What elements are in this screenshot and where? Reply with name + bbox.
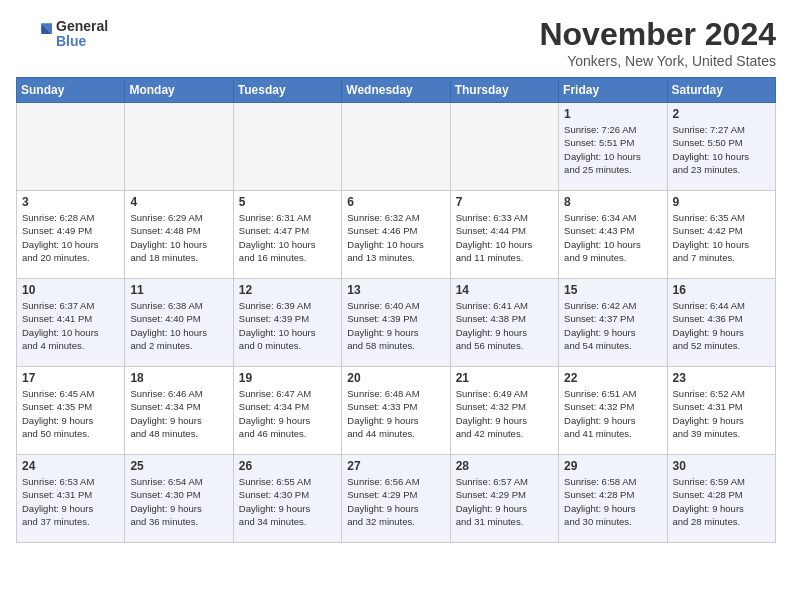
day-detail: Sunrise: 6:28 AM Sunset: 4:49 PM Dayligh…: [22, 211, 119, 264]
day-number: 15: [564, 283, 661, 297]
calendar-cell: 22Sunrise: 6:51 AM Sunset: 4:32 PM Dayli…: [559, 367, 667, 455]
calendar-cell: 27Sunrise: 6:56 AM Sunset: 4:29 PM Dayli…: [342, 455, 450, 543]
day-detail: Sunrise: 6:59 AM Sunset: 4:28 PM Dayligh…: [673, 475, 770, 528]
day-detail: Sunrise: 6:45 AM Sunset: 4:35 PM Dayligh…: [22, 387, 119, 440]
calendar-cell: 14Sunrise: 6:41 AM Sunset: 4:38 PM Dayli…: [450, 279, 558, 367]
calendar-header: SundayMondayTuesdayWednesdayThursdayFrid…: [17, 78, 776, 103]
calendar-cell: 26Sunrise: 6:55 AM Sunset: 4:30 PM Dayli…: [233, 455, 341, 543]
day-number: 4: [130, 195, 227, 209]
calendar-cell: 12Sunrise: 6:39 AM Sunset: 4:39 PM Dayli…: [233, 279, 341, 367]
calendar-cell: 13Sunrise: 6:40 AM Sunset: 4:39 PM Dayli…: [342, 279, 450, 367]
day-detail: Sunrise: 6:49 AM Sunset: 4:32 PM Dayligh…: [456, 387, 553, 440]
day-detail: Sunrise: 6:40 AM Sunset: 4:39 PM Dayligh…: [347, 299, 444, 352]
day-number: 17: [22, 371, 119, 385]
day-number: 20: [347, 371, 444, 385]
day-number: 13: [347, 283, 444, 297]
day-number: 5: [239, 195, 336, 209]
weekday-header-sunday: Sunday: [17, 78, 125, 103]
day-number: 14: [456, 283, 553, 297]
calendar-cell: [450, 103, 558, 191]
calendar-cell: 6Sunrise: 6:32 AM Sunset: 4:46 PM Daylig…: [342, 191, 450, 279]
day-number: 26: [239, 459, 336, 473]
logo-icon: [16, 16, 52, 52]
calendar-cell: 30Sunrise: 6:59 AM Sunset: 4:28 PM Dayli…: [667, 455, 775, 543]
day-detail: Sunrise: 6:33 AM Sunset: 4:44 PM Dayligh…: [456, 211, 553, 264]
day-detail: Sunrise: 7:27 AM Sunset: 5:50 PM Dayligh…: [673, 123, 770, 176]
day-number: 27: [347, 459, 444, 473]
day-detail: Sunrise: 6:44 AM Sunset: 4:36 PM Dayligh…: [673, 299, 770, 352]
week-row-0: 1Sunrise: 7:26 AM Sunset: 5:51 PM Daylig…: [17, 103, 776, 191]
day-number: 1: [564, 107, 661, 121]
day-detail: Sunrise: 6:52 AM Sunset: 4:31 PM Dayligh…: [673, 387, 770, 440]
day-number: 9: [673, 195, 770, 209]
day-number: 30: [673, 459, 770, 473]
day-detail: Sunrise: 6:31 AM Sunset: 4:47 PM Dayligh…: [239, 211, 336, 264]
calendar-cell: [342, 103, 450, 191]
header: General Blue November 2024 Yonkers, New …: [16, 16, 776, 69]
calendar-body: 1Sunrise: 7:26 AM Sunset: 5:51 PM Daylig…: [17, 103, 776, 543]
logo-text: General Blue: [56, 19, 108, 50]
day-detail: Sunrise: 6:55 AM Sunset: 4:30 PM Dayligh…: [239, 475, 336, 528]
logo-blue: Blue: [56, 34, 108, 49]
day-number: 2: [673, 107, 770, 121]
day-number: 24: [22, 459, 119, 473]
week-row-3: 17Sunrise: 6:45 AM Sunset: 4:35 PM Dayli…: [17, 367, 776, 455]
calendar-cell: 5Sunrise: 6:31 AM Sunset: 4:47 PM Daylig…: [233, 191, 341, 279]
day-detail: Sunrise: 6:32 AM Sunset: 4:46 PM Dayligh…: [347, 211, 444, 264]
day-number: 28: [456, 459, 553, 473]
day-detail: Sunrise: 6:41 AM Sunset: 4:38 PM Dayligh…: [456, 299, 553, 352]
calendar-cell: 24Sunrise: 6:53 AM Sunset: 4:31 PM Dayli…: [17, 455, 125, 543]
calendar-cell: 8Sunrise: 6:34 AM Sunset: 4:43 PM Daylig…: [559, 191, 667, 279]
calendar-cell: 20Sunrise: 6:48 AM Sunset: 4:33 PM Dayli…: [342, 367, 450, 455]
week-row-2: 10Sunrise: 6:37 AM Sunset: 4:41 PM Dayli…: [17, 279, 776, 367]
calendar-cell: [17, 103, 125, 191]
day-number: 6: [347, 195, 444, 209]
day-detail: Sunrise: 6:39 AM Sunset: 4:39 PM Dayligh…: [239, 299, 336, 352]
calendar-cell: 16Sunrise: 6:44 AM Sunset: 4:36 PM Dayli…: [667, 279, 775, 367]
calendar-cell: [125, 103, 233, 191]
day-detail: Sunrise: 7:26 AM Sunset: 5:51 PM Dayligh…: [564, 123, 661, 176]
calendar-cell: 29Sunrise: 6:58 AM Sunset: 4:28 PM Dayli…: [559, 455, 667, 543]
day-number: 12: [239, 283, 336, 297]
day-number: 10: [22, 283, 119, 297]
weekday-header-tuesday: Tuesday: [233, 78, 341, 103]
weekday-header-wednesday: Wednesday: [342, 78, 450, 103]
day-detail: Sunrise: 6:48 AM Sunset: 4:33 PM Dayligh…: [347, 387, 444, 440]
calendar-cell: 21Sunrise: 6:49 AM Sunset: 4:32 PM Dayli…: [450, 367, 558, 455]
location: Yonkers, New York, United States: [539, 53, 776, 69]
calendar-cell: [233, 103, 341, 191]
calendar-cell: 23Sunrise: 6:52 AM Sunset: 4:31 PM Dayli…: [667, 367, 775, 455]
title-block: November 2024 Yonkers, New York, United …: [539, 16, 776, 69]
day-number: 3: [22, 195, 119, 209]
weekday-header-friday: Friday: [559, 78, 667, 103]
calendar: SundayMondayTuesdayWednesdayThursdayFrid…: [16, 77, 776, 543]
day-detail: Sunrise: 6:54 AM Sunset: 4:30 PM Dayligh…: [130, 475, 227, 528]
day-number: 11: [130, 283, 227, 297]
calendar-cell: 2Sunrise: 7:27 AM Sunset: 5:50 PM Daylig…: [667, 103, 775, 191]
day-detail: Sunrise: 6:29 AM Sunset: 4:48 PM Dayligh…: [130, 211, 227, 264]
day-detail: Sunrise: 6:58 AM Sunset: 4:28 PM Dayligh…: [564, 475, 661, 528]
day-detail: Sunrise: 6:47 AM Sunset: 4:34 PM Dayligh…: [239, 387, 336, 440]
day-detail: Sunrise: 6:34 AM Sunset: 4:43 PM Dayligh…: [564, 211, 661, 264]
day-detail: Sunrise: 6:35 AM Sunset: 4:42 PM Dayligh…: [673, 211, 770, 264]
calendar-cell: 25Sunrise: 6:54 AM Sunset: 4:30 PM Dayli…: [125, 455, 233, 543]
day-detail: Sunrise: 6:57 AM Sunset: 4:29 PM Dayligh…: [456, 475, 553, 528]
calendar-cell: 11Sunrise: 6:38 AM Sunset: 4:40 PM Dayli…: [125, 279, 233, 367]
calendar-cell: 3Sunrise: 6:28 AM Sunset: 4:49 PM Daylig…: [17, 191, 125, 279]
calendar-cell: 1Sunrise: 7:26 AM Sunset: 5:51 PM Daylig…: [559, 103, 667, 191]
calendar-cell: 10Sunrise: 6:37 AM Sunset: 4:41 PM Dayli…: [17, 279, 125, 367]
day-detail: Sunrise: 6:56 AM Sunset: 4:29 PM Dayligh…: [347, 475, 444, 528]
calendar-cell: 18Sunrise: 6:46 AM Sunset: 4:34 PM Dayli…: [125, 367, 233, 455]
day-number: 16: [673, 283, 770, 297]
calendar-cell: 4Sunrise: 6:29 AM Sunset: 4:48 PM Daylig…: [125, 191, 233, 279]
calendar-cell: 9Sunrise: 6:35 AM Sunset: 4:42 PM Daylig…: [667, 191, 775, 279]
weekday-header-thursday: Thursday: [450, 78, 558, 103]
week-row-4: 24Sunrise: 6:53 AM Sunset: 4:31 PM Dayli…: [17, 455, 776, 543]
calendar-cell: 19Sunrise: 6:47 AM Sunset: 4:34 PM Dayli…: [233, 367, 341, 455]
weekday-header-saturday: Saturday: [667, 78, 775, 103]
month-title: November 2024: [539, 16, 776, 53]
calendar-cell: 7Sunrise: 6:33 AM Sunset: 4:44 PM Daylig…: [450, 191, 558, 279]
day-detail: Sunrise: 6:42 AM Sunset: 4:37 PM Dayligh…: [564, 299, 661, 352]
logo: General Blue: [16, 16, 108, 52]
weekday-header-monday: Monday: [125, 78, 233, 103]
